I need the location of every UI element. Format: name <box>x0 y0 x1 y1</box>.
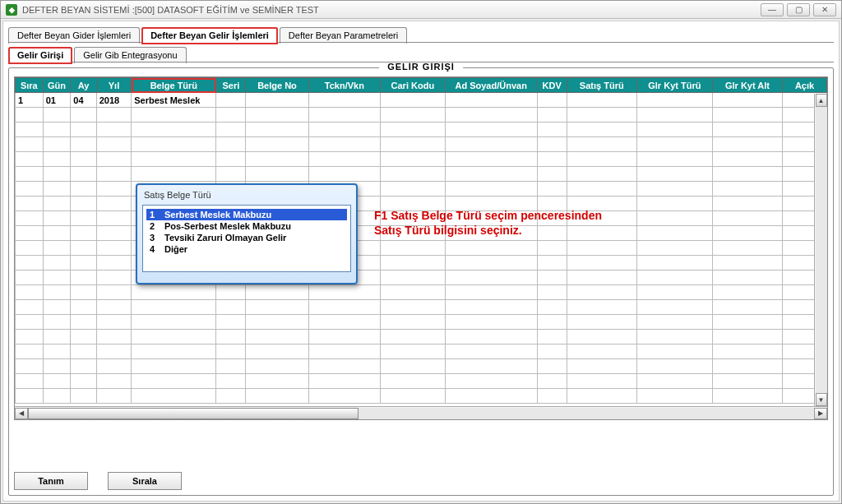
cell[interactable] <box>567 270 636 285</box>
cell[interactable] <box>381 123 446 137</box>
cell[interactable] <box>216 389 246 404</box>
cell[interactable] <box>246 315 308 330</box>
cell[interactable] <box>636 182 712 197</box>
cell[interactable] <box>636 270 712 285</box>
cell[interactable] <box>636 389 712 404</box>
cell[interactable] <box>16 315 44 330</box>
cell[interactable] <box>537 300 567 315</box>
cell[interactable] <box>96 256 132 270</box>
cell[interactable] <box>712 123 782 137</box>
cell[interactable] <box>308 315 380 330</box>
cell[interactable] <box>636 137 712 152</box>
cell[interactable] <box>132 108 216 123</box>
table-row[interactable] <box>16 359 827 374</box>
cell[interactable] <box>308 374 380 389</box>
cell[interactable] <box>96 300 132 315</box>
cell[interactable] <box>381 152 446 167</box>
cell[interactable] <box>71 330 96 344</box>
column-header-14[interactable]: Açık <box>783 78 827 93</box>
cell[interactable] <box>445 330 537 344</box>
cell[interactable] <box>96 211 132 226</box>
cell[interactable] <box>636 374 712 389</box>
cell[interactable] <box>16 256 44 270</box>
main-tab-2[interactable]: Defter Beyan Parametreleri <box>280 27 407 44</box>
cell[interactable] <box>246 344 308 359</box>
cell[interactable] <box>636 300 712 315</box>
cell[interactable] <box>43 315 71 330</box>
cell[interactable] <box>216 108 246 123</box>
cell[interactable] <box>308 285 380 300</box>
cell[interactable] <box>308 123 380 137</box>
cell[interactable] <box>43 256 71 270</box>
cell[interactable] <box>308 108 380 123</box>
cell[interactable] <box>636 152 712 167</box>
cell[interactable] <box>246 137 308 152</box>
cell[interactable] <box>16 241 44 256</box>
cell[interactable] <box>636 359 712 374</box>
cell[interactable] <box>712 344 782 359</box>
cell[interactable] <box>16 226 44 241</box>
cell[interactable] <box>246 152 308 167</box>
cell[interactable] <box>445 300 537 315</box>
cell[interactable] <box>96 167 132 182</box>
cell[interactable] <box>96 137 132 152</box>
cell[interactable] <box>445 256 537 270</box>
cell[interactable] <box>445 182 537 197</box>
cell[interactable] <box>567 256 636 270</box>
cell[interactable] <box>96 108 132 123</box>
table-row[interactable] <box>16 152 827 167</box>
cell[interactable] <box>537 330 567 344</box>
cell[interactable] <box>71 226 96 241</box>
cell[interactable] <box>246 300 308 315</box>
cell[interactable] <box>132 315 216 330</box>
cell[interactable] <box>567 374 636 389</box>
cell[interactable] <box>71 182 96 197</box>
cell[interactable] <box>96 182 132 197</box>
cell[interactable] <box>712 315 782 330</box>
cell[interactable] <box>96 270 132 285</box>
cell[interactable] <box>216 344 246 359</box>
cell[interactable] <box>216 152 246 167</box>
cell[interactable] <box>246 123 308 137</box>
cell[interactable] <box>445 93 537 108</box>
cell[interactable] <box>43 108 71 123</box>
cell[interactable] <box>71 359 96 374</box>
table-row[interactable] <box>16 285 827 300</box>
cell[interactable] <box>132 389 216 404</box>
cell[interactable] <box>567 330 636 344</box>
column-header-0[interactable]: Sıra <box>16 78 44 93</box>
cell[interactable] <box>712 256 782 270</box>
cell[interactable] <box>16 359 44 374</box>
cell[interactable] <box>537 241 567 256</box>
scroll-down-icon[interactable]: ▼ <box>816 393 827 406</box>
cell[interactable] <box>381 256 446 270</box>
cell[interactable] <box>216 315 246 330</box>
cell[interactable] <box>712 270 782 285</box>
cell[interactable] <box>445 389 537 404</box>
cell[interactable] <box>216 300 246 315</box>
cell[interactable] <box>71 270 96 285</box>
cell[interactable] <box>636 344 712 359</box>
cell[interactable] <box>96 285 132 300</box>
cell[interactable] <box>445 344 537 359</box>
cell[interactable] <box>567 389 636 404</box>
table-row[interactable] <box>16 315 827 330</box>
cell[interactable] <box>381 137 446 152</box>
cell[interactable] <box>567 167 636 182</box>
sub-tab-0[interactable]: Gelir Girişi <box>8 47 72 64</box>
sub-tab-1[interactable]: Gelir Gib Entegrasyonu <box>74 47 186 63</box>
popup-option-1[interactable]: 1Serbest Meslek Makbuzu <box>146 209 347 220</box>
cell[interactable] <box>712 152 782 167</box>
cell[interactable] <box>132 344 216 359</box>
cell[interactable] <box>216 93 246 108</box>
cell[interactable] <box>567 93 636 108</box>
cell[interactable] <box>43 330 71 344</box>
cell[interactable] <box>537 256 567 270</box>
cell[interactable] <box>16 167 44 182</box>
scroll-left-icon[interactable]: ◀ <box>15 408 28 419</box>
cell[interactable] <box>567 315 636 330</box>
cell[interactable] <box>216 123 246 137</box>
cell[interactable] <box>16 182 44 197</box>
cell[interactable] <box>308 359 380 374</box>
cell[interactable] <box>445 108 537 123</box>
